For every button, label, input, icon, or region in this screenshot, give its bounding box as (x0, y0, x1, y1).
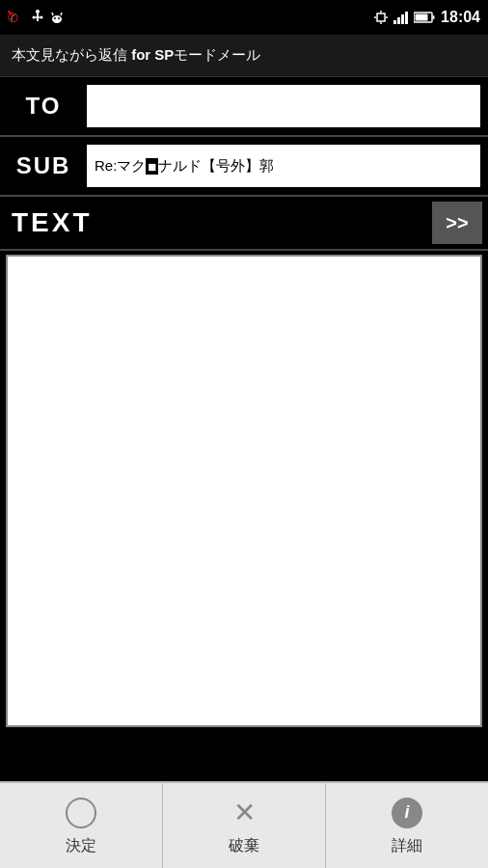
svg-point-5 (33, 16, 36, 19)
discard-label: 破棄 (229, 836, 259, 856)
detail-button[interactable]: i 詳細 (326, 783, 488, 868)
svg-line-9 (61, 13, 62, 15)
sub-highlight: ■ (146, 158, 158, 175)
svg-point-7 (52, 15, 62, 23)
status-right-icons: 18:04 (374, 9, 480, 26)
sub-input[interactable]: Re:マク■ナルド【号外】郭 (87, 145, 480, 187)
status-time: 18:04 (441, 9, 480, 26)
svg-line-8 (52, 13, 53, 15)
bottom-bar: 決定 ✕ 破棄 i 詳細 (0, 781, 488, 868)
arrow-icon: >> (446, 212, 468, 234)
svg-rect-19 (416, 14, 428, 21)
sub-text-after: ナルド【号外】郭 (158, 157, 274, 176)
title-part2: モードメール (174, 46, 260, 63)
title-bar: 本文見ながら返信 for SPモードメール (0, 35, 488, 77)
signal-icon (393, 11, 408, 24)
info-icon: i (392, 798, 422, 828)
phone-missed-icon: ✆ (8, 11, 25, 24)
svg-rect-12 (377, 14, 385, 21)
status-bar: ✆ (0, 0, 488, 35)
detail-label: 詳細 (392, 836, 422, 856)
brightness-icon (374, 11, 388, 24)
sub-row: SUB Re:マク■ナルド【号外】郭 (0, 137, 488, 197)
confirm-icon-container (64, 796, 98, 830)
text-label: TEXT (0, 207, 432, 238)
svg-point-11 (58, 17, 60, 19)
usb-icon (31, 10, 44, 25)
svg-rect-18 (433, 15, 435, 19)
svg-point-6 (41, 16, 43, 19)
textarea-container (0, 251, 488, 735)
svg-point-2 (36, 10, 40, 14)
discard-button[interactable]: ✕ 破棄 (163, 783, 326, 868)
status-icons: ✆ (8, 10, 64, 25)
sub-label: SUB (0, 152, 87, 179)
svg-point-10 (54, 17, 56, 19)
detail-icon-container: i (390, 796, 424, 830)
sub-text-before: Re:マク (95, 157, 146, 176)
to-label: TO (0, 93, 87, 120)
to-row: TO (0, 77, 488, 137)
battery-icon (414, 12, 435, 23)
confirm-button[interactable]: 決定 (0, 783, 163, 868)
x-icon: ✕ (233, 800, 256, 827)
confirm-label: 決定 (66, 836, 96, 856)
text-row: TEXT >> (0, 197, 488, 251)
arrow-button[interactable]: >> (432, 202, 482, 244)
circle-icon (66, 798, 96, 828)
discard-icon-container: ✕ (227, 796, 261, 830)
text-input[interactable] (6, 255, 482, 727)
title-text: 本文見ながら返信 for SPモードメール (12, 46, 260, 65)
android-icon (50, 10, 64, 25)
title-part1: 本文見ながら返信 (12, 46, 131, 63)
title-bold: for SP (131, 46, 174, 63)
to-input[interactable] (87, 85, 480, 127)
